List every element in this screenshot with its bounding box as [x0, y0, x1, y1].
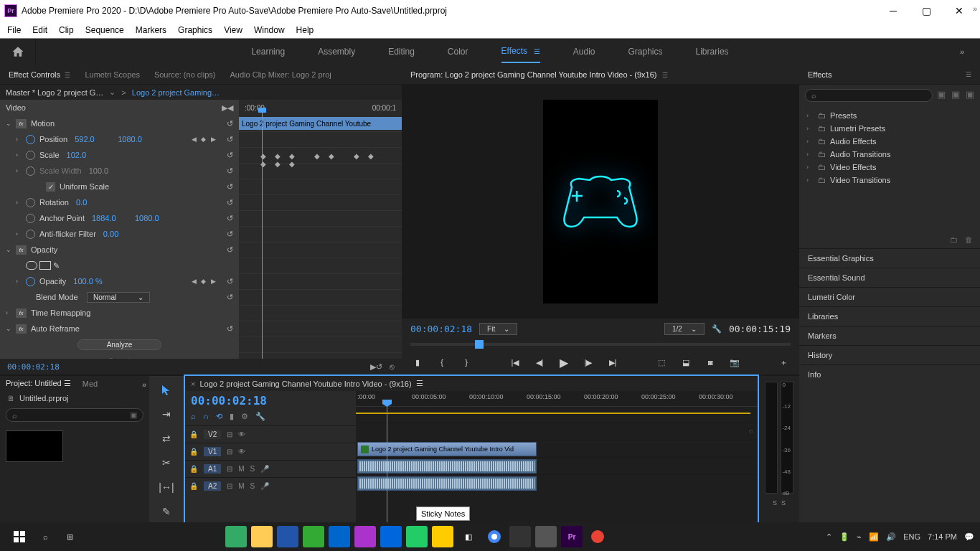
sync-lock-icon[interactable]: ⊟ — [227, 448, 232, 456]
go-to-in-button[interactable]: |◀ — [508, 355, 522, 369]
lock-icon[interactable]: 🔒 — [189, 430, 198, 438]
tab-project[interactable]: Project: Untitled ☰ — [6, 379, 71, 388]
fx-icon[interactable]: fx — [16, 309, 27, 318]
fx-badge-icon[interactable]: ▣ — [966, 89, 974, 102]
stopwatch-icon[interactable] — [26, 198, 35, 207]
taskbar-app-whatsapp[interactable] — [406, 526, 428, 547]
taskbar-search-icon[interactable]: ⌕ — [33, 532, 57, 541]
wrench-icon[interactable]: 🔧 — [712, 324, 722, 334]
chevron-down-icon[interactable]: ⌄ — [109, 88, 116, 97]
stopwatch-icon[interactable] — [26, 135, 35, 144]
folder-video-transitions[interactable]: ›🗀Video Transitions — [799, 174, 980, 187]
section-info[interactable]: Info — [799, 364, 980, 384]
selection-tool[interactable] — [159, 382, 174, 397]
reset-icon[interactable]: ↺ — [227, 230, 233, 239]
taskbar-app[interactable] — [225, 526, 247, 547]
new-bin-icon[interactable]: 🗀 — [950, 235, 958, 244]
tray-bluetooth-icon[interactable]: ⌁ — [857, 532, 862, 542]
stopwatch-icon[interactable] — [26, 277, 35, 286]
work-area-bar[interactable] — [356, 413, 750, 414]
ripple-edit-tool[interactable]: ⇄ — [159, 430, 174, 446]
lock-icon[interactable]: 🔒 — [189, 448, 198, 456]
sync-lock-icon[interactable]: ⊟ — [227, 465, 232, 473]
lock-icon[interactable]: 🔒 — [189, 465, 198, 473]
fx-icon[interactable]: fx — [16, 324, 27, 334]
razor-tool[interactable]: ✂ — [159, 455, 174, 471]
camera-icon[interactable]: 📷 — [727, 355, 742, 369]
tray-chevron-icon[interactable]: ⌃ — [826, 532, 832, 542]
ec-master-clip[interactable]: Master * Logo 2 project G… — [6, 88, 103, 97]
anchor-y[interactable]: 1080.0 — [135, 214, 171, 222]
track-a2[interactable]: 🔒A2⊟MS🎤 — [185, 477, 356, 494]
reset-icon[interactable]: ↺ — [227, 151, 233, 160]
tab-lumetri-scopes[interactable]: Lumetri Scopes — [85, 70, 139, 79]
magnet-icon[interactable]: ∩ — [203, 412, 209, 421]
stopwatch-icon[interactable] — [26, 214, 35, 223]
folder-video-effects[interactable]: ›🗀Video Effects — [799, 161, 980, 174]
menu-help[interactable]: Help — [296, 25, 314, 35]
keyframe-nav[interactable]: ◀ ◆ ▶ — [192, 278, 217, 285]
video-clip[interactable]: Logo 2 project Gaming Channel Youtube In… — [357, 442, 537, 456]
swap-icon[interactable]: ▶◀ — [222, 103, 233, 113]
fx-icon[interactable]: fx — [16, 245, 27, 255]
menu-edit[interactable]: Edit — [32, 25, 47, 35]
project-search-input[interactable]: ⌕▣ — [6, 408, 143, 422]
reset-icon[interactable]: ↺ — [227, 277, 233, 286]
ec-mini-timeline[interactable]: :00:0000:00:1 Logo 2 project Gaming Chan… — [239, 100, 402, 359]
menu-graphics[interactable]: Graphics — [178, 25, 212, 35]
reset-icon[interactable]: ↺ — [227, 293, 233, 302]
reset-icon[interactable]: ↺ — [227, 182, 233, 192]
mark-out-button[interactable]: } — [459, 355, 473, 369]
step-back-button[interactable]: ◀| — [532, 355, 547, 369]
menu-window[interactable]: Window — [254, 25, 285, 35]
folder-presets[interactable]: ›🗀Presets — [799, 109, 980, 122]
workspace-effects[interactable]: Effects ☰ — [501, 40, 540, 63]
taskbar-app[interactable]: ◧ — [458, 526, 479, 547]
taskbar-app-stickynotes[interactable] — [432, 526, 453, 547]
taskbar-app-outlook[interactable] — [329, 526, 350, 547]
menu-file[interactable]: File — [7, 25, 21, 35]
start-button[interactable] — [6, 531, 33, 542]
task-view-icon[interactable]: ⊞ — [57, 532, 82, 542]
ec-playhead[interactable] — [262, 113, 263, 359]
workspace-graphics[interactable]: Graphics — [628, 41, 663, 62]
menu-view[interactable]: View — [224, 25, 242, 35]
uniform-scale-checkbox[interactable]: ✓ — [46, 182, 55, 192]
menu-sequence[interactable]: Sequence — [85, 25, 124, 35]
fx-icon[interactable]: fx — [16, 119, 27, 128]
export-icon[interactable]: ⎋ — [390, 362, 395, 372]
close-button[interactable]: ✕ — [943, 1, 976, 21]
rect-mask-button[interactable] — [39, 261, 51, 270]
ec-timecode[interactable]: 00:00:02:18 — [7, 362, 60, 372]
folder-lumetri-presets[interactable]: ›🗀Lumetri Presets — [799, 122, 980, 135]
section-essential-sound[interactable]: Essential Sound — [799, 268, 980, 287]
step-forward-button[interactable]: |▶ — [581, 355, 595, 369]
section-history[interactable]: History — [799, 345, 980, 364]
stopwatch-icon[interactable] — [26, 230, 35, 239]
zoom-fit-dropdown[interactable]: Fit⌄ — [479, 323, 517, 335]
panel-overflow[interactable]: » — [142, 380, 146, 389]
scale-value[interactable]: 102.0 — [67, 151, 103, 159]
scrubber-thumb[interactable] — [475, 340, 484, 349]
ec-opacity-group[interactable]: ⌄fxOpacity↺ — [0, 242, 239, 258]
ellipse-mask-button[interactable] — [26, 261, 37, 270]
snap-icon[interactable]: ⌕ — [191, 412, 196, 421]
section-essential-graphics[interactable]: Essential Graphics — [799, 248, 980, 268]
program-scrubber[interactable] — [410, 339, 791, 350]
reset-icon[interactable]: ↺ — [227, 119, 233, 128]
workspace-audio[interactable]: Audio — [573, 41, 595, 62]
reset-icon[interactable]: ↺ — [227, 135, 233, 144]
workspace-menu-icon[interactable]: ☰ — [532, 47, 540, 55]
track-v2[interactable]: 🔒V2⊟👁 — [185, 425, 356, 443]
section-lumetri-color[interactable]: Lumetri Color — [799, 287, 980, 306]
project-thumbnail[interactable] — [6, 430, 63, 462]
mic-icon[interactable]: 🎤 — [260, 465, 269, 473]
play-button[interactable]: ▶ — [557, 355, 571, 369]
taskbar-app-word[interactable] — [277, 526, 298, 547]
folder-audio-effects[interactable]: ›🗀Audio Effects — [799, 135, 980, 148]
marker-icon[interactable]: ▮ — [230, 412, 234, 421]
ec-time-remap[interactable]: ›fxTime Remapping — [0, 305, 239, 321]
eye-icon[interactable]: 👁 — [238, 430, 245, 438]
track-a1[interactable]: 🔒A1⊟MS🎤 — [185, 460, 356, 477]
loop-icon[interactable]: ▶↺ — [370, 362, 382, 372]
